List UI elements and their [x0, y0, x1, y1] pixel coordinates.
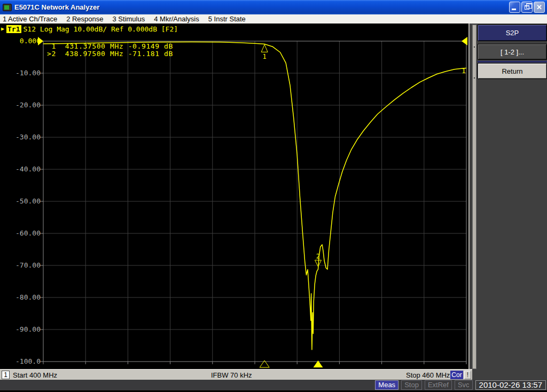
graph-panel: ▶ Tr1 S12 Log Mag 10.00dB/ Ref 0.000dB […	[0, 23, 468, 369]
stop-frequency-label: Stop 460 MHz	[406, 371, 450, 379]
y-tick-label: -10.00	[0, 69, 41, 77]
active-trace-arrow-icon: ▶	[1, 25, 4, 33]
correction-badge: Cor	[450, 371, 463, 379]
app-window: E5071C Network Analyzer ✕ 1 Active Ch/Tr…	[0, 0, 547, 392]
graticule	[0, 23, 468, 369]
datetime-display: 2010-02-26 13:57	[475, 380, 546, 390]
softkey-s2p[interactable]: S2P	[478, 25, 547, 41]
minimize-button[interactable]	[509, 2, 520, 13]
app-icon	[3, 4, 12, 11]
channel-number-badge: 1	[2, 371, 10, 379]
menu-item-stimulus[interactable]: 3 Stimulus	[113, 15, 145, 23]
y-tick-label: -30.00	[0, 133, 41, 141]
y-tick-label: 0.000	[0, 37, 41, 45]
trace-settings: S12 Log Mag 10.00dB/ Ref 0.000dB [F2]	[24, 25, 178, 33]
y-tick-label: -40.00	[0, 165, 41, 173]
ifbw-label: IFBW 70 kHz	[211, 371, 252, 379]
trace-header: ▶ Tr1 S12 Log Mag 10.00dB/ Ref 0.000dB […	[1, 25, 178, 33]
restore-icon	[525, 5, 529, 10]
menu-item-instr-state[interactable]: 5 Instr State	[208, 15, 246, 23]
softkey-ports-1-2[interactable]: [ 1-2 ]...	[478, 44, 547, 60]
minimize-icon	[512, 9, 516, 10]
status-extref-badge: ExtRef	[425, 380, 452, 390]
trace-badge: Tr1	[6, 25, 21, 33]
softkey-return[interactable]: Return	[478, 63, 547, 79]
channel-status-bar: 1 Start 400 MHz IFBW 70 kHz Stop 460 MHz…	[0, 369, 472, 380]
y-tick-label: -70.00	[0, 261, 41, 269]
close-icon: ✕	[534, 2, 544, 12]
status-meas-badge: Meas	[375, 380, 398, 390]
window-title: E5071C Network Analyzer	[14, 3, 99, 11]
window-controls: ✕	[509, 2, 545, 13]
y-tick-label: -50.00	[0, 197, 41, 205]
menu-item-response[interactable]: 2 Response	[66, 15, 103, 23]
y-tick-label: -20.00	[0, 101, 41, 109]
y-tick-label: -60.00	[0, 229, 41, 237]
title-bar[interactable]: E5071C Network Analyzer ✕	[0, 0, 547, 14]
menu-bar: 1 Active Ch/Trace 2 Response 3 Stimulus …	[0, 14, 547, 23]
softkey-scrollbar[interactable]	[472, 25, 476, 369]
close-button[interactable]: ✕	[534, 2, 545, 13]
softkey-separator	[478, 61, 547, 62]
y-tick-label: -100.0	[0, 357, 41, 365]
softkey-sidebar: S2P [ 1-2 ]... Return	[468, 23, 547, 380]
y-tick-label: -80.00	[0, 293, 41, 301]
restore-button[interactable]	[521, 2, 533, 13]
y-axis-labels: 0.000-10.00-20.00-30.00-40.00-50.00-60.0…	[0, 23, 41, 369]
y-tick-label: -90.00	[0, 325, 41, 333]
status-svc-badge: Svc	[455, 380, 473, 390]
menu-item-active-ch-trace[interactable]: 1 Active Ch/Trace	[3, 15, 57, 23]
menu-item-mkr-analysis[interactable]: 4 Mkr/Analysis	[154, 15, 199, 23]
marker1-readout: 1 431.37500 MHz -0.9149 dB	[47, 42, 173, 50]
alert-button[interactable]: !	[464, 371, 471, 379]
status-stop-badge: Stop	[401, 380, 422, 390]
start-frequency-label: Start 400 MHz	[13, 371, 57, 379]
marker2-readout: >2 438.97500 MHz -71.181 dB	[47, 50, 173, 58]
instrument-status-bar: Meas Stop ExtRef Svc 2010-02-26 13:57	[0, 380, 547, 390]
softkey-menu: S2P [ 1-2 ]... Return	[478, 25, 547, 79]
